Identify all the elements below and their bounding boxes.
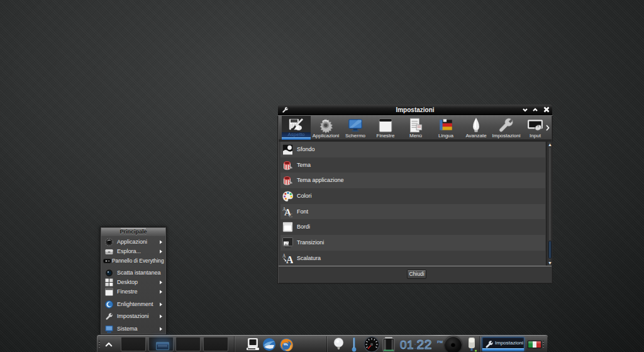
svg-text:C: C [289, 212, 292, 217]
svg-text:A: A [282, 207, 286, 212]
svg-text:A: A [286, 254, 293, 264]
svg-text:A: A [282, 253, 286, 259]
